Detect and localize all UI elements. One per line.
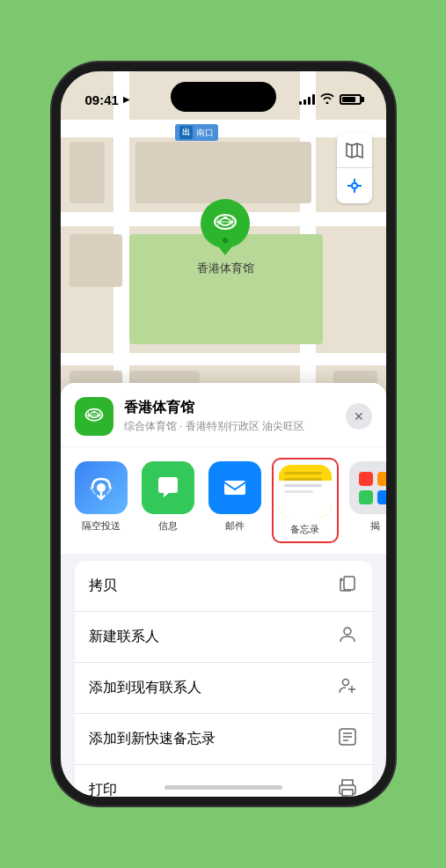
- notes-icon: [279, 465, 332, 518]
- stadium-pin[interactable]: 香港体育馆: [197, 199, 254, 276]
- signal-icon: [299, 94, 315, 105]
- copy-icon: [337, 573, 358, 599]
- more-label: 揭: [370, 519, 380, 533]
- print-label: 打印: [89, 781, 117, 799]
- new-contact-icon: [337, 624, 358, 650]
- notes-label: 备忘录: [290, 523, 319, 536]
- phone-frame: 09:41 ▶: [52, 63, 395, 805]
- add-contact-label: 添加到现有联系人: [89, 679, 201, 697]
- share-more[interactable]: 揭: [349, 461, 386, 540]
- new-contact-label: 新建联系人: [89, 628, 159, 646]
- share-notes[interactable]: 备忘录: [275, 461, 335, 540]
- svg-point-21: [344, 628, 351, 635]
- mail-label: 邮件: [225, 519, 245, 533]
- svg-rect-20: [344, 577, 355, 590]
- action-copy[interactable]: 拷贝: [75, 561, 372, 612]
- close-button[interactable]: ✕: [346, 403, 372, 430]
- venue-header: 香港体育馆 综合体育馆 · 香港特别行政区 油尖旺区 ✕: [61, 383, 386, 446]
- messages-icon: [142, 461, 194, 514]
- more-icon: [349, 461, 386, 514]
- stadium-icon: [211, 210, 239, 238]
- svg-point-0: [352, 183, 357, 188]
- airdrop-icon: [75, 461, 128, 514]
- pin-label: 香港体育馆: [197, 261, 254, 276]
- home-indicator: [165, 785, 282, 790]
- svg-point-22: [342, 680, 348, 686]
- location-arrow-icon: ▶: [123, 95, 129, 104]
- status-time: 09:41 ▶: [85, 92, 129, 107]
- share-row: 隔空投送 信息 邮件: [61, 447, 386, 554]
- print-icon: [337, 777, 358, 803]
- svg-rect-19: [224, 481, 245, 495]
- dynamic-island: [171, 82, 276, 112]
- action-new-contact[interactable]: 新建联系人: [75, 612, 372, 663]
- mail-icon: [208, 461, 261, 514]
- south-gate-label: 出 南口: [175, 124, 218, 141]
- location-button[interactable]: [337, 168, 372, 203]
- share-messages[interactable]: 信息: [142, 461, 194, 540]
- map-controls: [337, 133, 372, 203]
- time-display: 09:41: [85, 92, 119, 107]
- venue-logo: [75, 397, 113, 436]
- map-view-toggle[interactable]: [337, 133, 372, 168]
- action-add-contact[interactable]: 添加到现有联系人: [75, 663, 372, 714]
- bottom-sheet: 香港体育馆 综合体育馆 · 香港特别行政区 油尖旺区 ✕: [61, 383, 386, 797]
- action-quick-note[interactable]: 添加到新快速备忘录: [75, 714, 372, 765]
- status-icons: [299, 93, 362, 107]
- svg-rect-7: [223, 217, 227, 219]
- battery-icon: [340, 94, 362, 105]
- venue-subtitle: 综合体育馆 · 香港特别行政区 油尖旺区: [124, 419, 346, 434]
- quick-note-label: 添加到新快速备忘录: [89, 730, 216, 748]
- action-list: 拷贝 新建联系人: [75, 561, 372, 805]
- svg-rect-13: [92, 411, 95, 413]
- copy-label: 拷贝: [89, 577, 117, 595]
- svg-point-17: [97, 483, 106, 492]
- pin-circle: [201, 199, 250, 248]
- airdrop-label: 隔空投送: [82, 519, 121, 533]
- venue-name: 香港体育馆: [124, 399, 346, 417]
- share-mail[interactable]: 邮件: [208, 461, 261, 540]
- add-contact-icon: [337, 675, 358, 701]
- messages-label: 信息: [158, 519, 178, 533]
- wifi-icon: [320, 93, 334, 107]
- svg-rect-30: [342, 790, 353, 796]
- quick-note-icon: [337, 726, 358, 752]
- share-airdrop[interactable]: 隔空投送: [75, 461, 128, 540]
- venue-info: 香港体育馆 综合体育馆 · 香港特别行政区 油尖旺区: [124, 399, 346, 434]
- venue-logo-icon: [82, 404, 106, 429]
